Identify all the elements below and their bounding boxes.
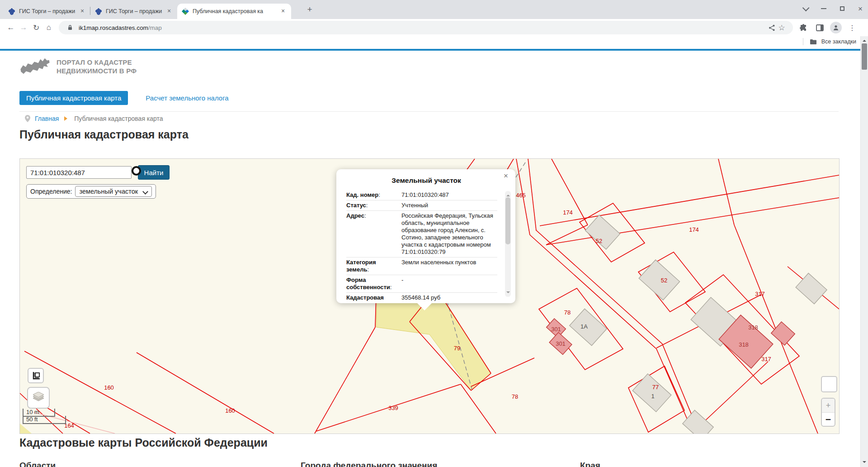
share-icon[interactable] (767, 23, 777, 33)
side-panel-icon[interactable] (814, 22, 826, 33)
page-scrollbar[interactable] (860, 36, 868, 467)
search-button[interactable]: Найти (138, 165, 170, 180)
tab-close-icon[interactable] (79, 8, 86, 15)
all-bookmarks-label: Все закладки (821, 38, 856, 45)
bookmarks-bar: Все закладки (0, 36, 868, 49)
popup-row-label: Форма собственности (346, 276, 397, 291)
cadastral-map[interactable]: 465 174 174 52 52 317 78 1А 301 301 79 (19, 158, 840, 434)
measure-tool-button[interactable] (28, 368, 44, 383)
zoom-in-button[interactable] (822, 399, 835, 413)
popup-pointer-tail (417, 303, 432, 310)
breadcrumb: Главная Публичная кадастровая карта (25, 115, 163, 122)
browser-tab[interactable]: ГИС Торги – продажи госуд (90, 4, 177, 19)
popup-row: Кадастровая стоимость 355468.14 руб (346, 293, 497, 301)
site-top-accent-bar (0, 49, 868, 51)
location-pin-icon (25, 115, 30, 122)
tab-close-icon[interactable] (279, 8, 287, 15)
popup-scroll-up-icon[interactable] (506, 193, 510, 196)
url-text: ik1map.roscadastres.com/map (79, 24, 162, 31)
popup-row-label: Кадастровая стоимость (346, 294, 397, 301)
bookmarks-separator (803, 38, 803, 45)
popup-attribute-table: Кад. номер 71:01:010320:487 Статус Учтен… (346, 190, 497, 301)
breadcrumb-current: Публичная кадастровая карта (74, 115, 163, 122)
definition-label: Определение: (30, 188, 72, 195)
tab-strip: ГИС Торги – продажи госуд ГИС Торги – пр… (0, 0, 868, 19)
popup-row-value: - (397, 276, 497, 291)
popup-scroll-down-icon[interactable] (506, 291, 510, 295)
tab-title: ГИС Торги – продажи госуд (19, 8, 75, 14)
browser-tab[interactable]: Публичная кадастровая ка (177, 4, 291, 19)
popup-title: Земельный участок (346, 176, 506, 185)
folder-icon (810, 39, 817, 45)
popup-scrollbar[interactable] (505, 191, 511, 297)
popup-row-value: Земли населенных пунктов (397, 259, 497, 273)
zoom-out-button[interactable] (822, 413, 835, 426)
selected-parcel-highlight (376, 290, 491, 391)
forward-button[interactable]: → (17, 21, 30, 34)
window-close-button[interactable] (858, 5, 863, 13)
lock-icon[interactable] (65, 23, 75, 33)
profile-avatar[interactable] (830, 22, 842, 33)
popup-row-label: Статус (346, 202, 397, 209)
fullscreen-button[interactable] (821, 376, 837, 392)
scrollbar-thumb[interactable] (862, 43, 867, 70)
site-logo-text: ПОРТАЛ О КАДАСТРЕ НЕДВИЖИМОСТИ В РФ (57, 58, 137, 75)
definition-select[interactable]: земельный участок (75, 186, 152, 197)
tab-favicon (8, 8, 15, 15)
popup-scrollbar-thumb[interactable] (505, 197, 510, 244)
extensions-icon[interactable] (797, 22, 809, 33)
breadcrumb-home-link[interactable]: Главная (35, 115, 59, 122)
tab-close-icon[interactable] (165, 8, 173, 15)
corner-parcel-highlight (20, 424, 32, 434)
footer-column-header[interactable]: Города федерального значения (301, 461, 580, 467)
tab-title: Публичная кадастровая ка (193, 8, 276, 14)
back-button[interactable]: ← (5, 21, 17, 34)
popup-row: Категория земель Земли населенных пункто… (346, 257, 497, 275)
map-search: Найти (26, 165, 170, 180)
footer-columns: Области Города федерального значения Кра… (19, 461, 839, 467)
ruler-icon (31, 372, 40, 380)
scroll-up-arrow-icon[interactable] (863, 38, 866, 42)
footer-column-header[interactable]: Края (580, 461, 600, 467)
tab-search-chevron-icon[interactable] (802, 4, 810, 11)
window-minimize-button[interactable] (821, 8, 826, 9)
browser-menu-icon[interactable] (846, 22, 858, 33)
scroll-down-arrow-icon[interactable] (863, 461, 866, 465)
definition-control: Определение: земельный участок (26, 184, 156, 199)
popup-row: Кад. номер 71:01:010320:487 (346, 190, 497, 200)
tab-favicon (182, 8, 189, 15)
all-bookmarks-button[interactable]: Все закладки (803, 38, 856, 45)
tab-favicon (95, 8, 102, 15)
popup-row-value: 355468.14 руб (397, 294, 497, 301)
nav-tab[interactable]: Публичная кадастровая карта (19, 91, 128, 105)
popup-close-icon[interactable] (502, 172, 510, 180)
address-bar[interactable]: ik1map.roscadastres.com/map (59, 21, 793, 34)
page-title: Публичная кадастровая карта (19, 128, 189, 141)
home-button[interactable]: ⌂ (42, 21, 55, 34)
buildings-gray (570, 215, 827, 434)
popup-row: Адрес Российская Федерация, Тульская обл… (346, 211, 497, 257)
divider (19, 111, 839, 112)
popup-row-label: Категория земель (346, 259, 397, 273)
reload-button[interactable]: ↻ (30, 21, 42, 34)
scale-imperial: 50 ft (23, 416, 66, 424)
breadcrumb-arrow-icon (64, 116, 70, 121)
russia-map-logo-icon (19, 56, 50, 77)
new-tab-button[interactable] (304, 4, 316, 15)
popup-row-value: Учтенный (397, 202, 497, 209)
window-maximize-button[interactable] (840, 6, 844, 11)
browser-tab[interactable]: ГИС Торги – продажи госуд (4, 4, 90, 19)
popup-row-label: Кад. номер (346, 191, 397, 199)
layers-button[interactable] (27, 387, 50, 409)
tab-title: ГИС Торги – продажи госуд (106, 8, 162, 14)
popup-row-value: Российская Федерация, Тульская область, … (397, 212, 497, 256)
footer-column-header[interactable]: Области (19, 461, 301, 467)
footer-heading: Кадастровые карты Российской Федерации (19, 436, 268, 449)
browser-toolbar: ← → ↻ ⌂ ik1map.roscadastres.com/map (0, 19, 868, 36)
nav-tab[interactable]: Расчет земельного налога (139, 91, 235, 105)
bookmark-star-icon[interactable] (777, 23, 787, 33)
site-header: ПОРТАЛ О КАДАСТРЕ НЕДВИЖИМОСТИ В РФ (19, 56, 137, 77)
cadastral-number-input[interactable] (26, 166, 132, 179)
browser-tabs: ГИС Торги – продажи госуд ГИС Торги – пр… (4, 4, 291, 19)
popup-row: Статус Учтенный (346, 200, 497, 211)
